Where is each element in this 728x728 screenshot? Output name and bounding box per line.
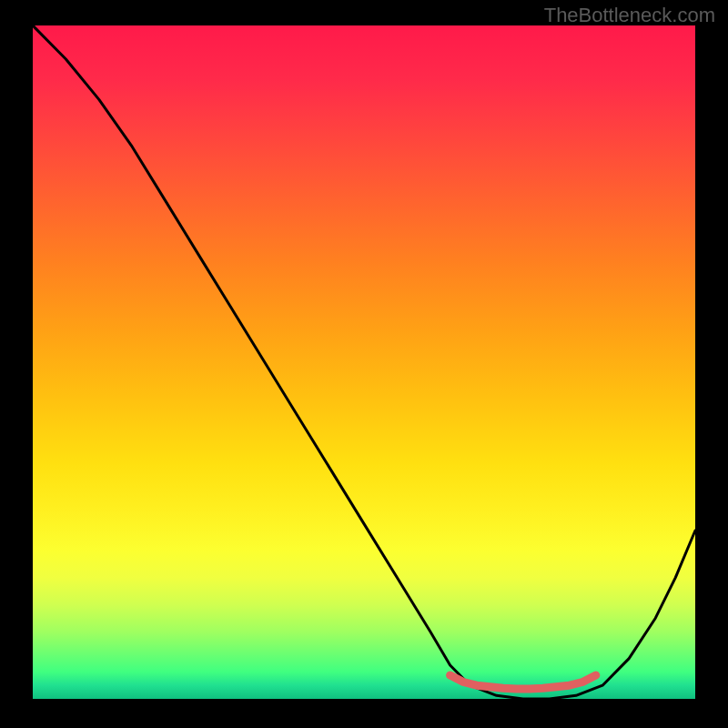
- red-flat-segment: [450, 675, 596, 689]
- chart-svg: [33, 25, 695, 699]
- plot-area: [33, 25, 695, 699]
- black-curve: [33, 25, 695, 699]
- watermark-text: TheBottleneck.com: [544, 4, 715, 27]
